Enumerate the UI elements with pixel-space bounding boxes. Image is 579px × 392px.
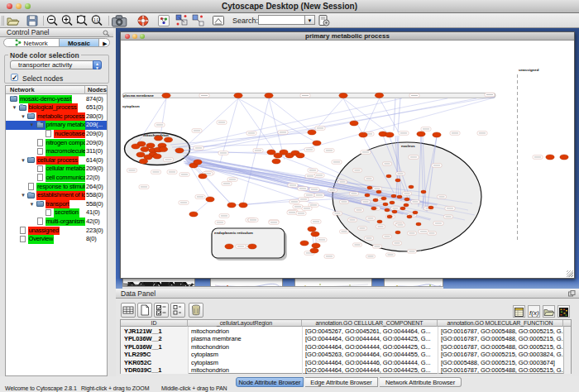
svg-text:f(x): f(x) [529, 309, 539, 317]
svg-text:endoplasmic reticulum: endoplasmic reticulum [214, 231, 253, 235]
svg-text:1:1: 1:1 [93, 18, 99, 22]
svg-text:unassigned: unassigned [519, 68, 539, 72]
svg-text:nucleus: nucleus [401, 144, 415, 148]
svg-text:cytoplasm: cytoplasm [122, 104, 140, 108]
svg-text:plasma membrane: plasma membrane [123, 93, 154, 98]
